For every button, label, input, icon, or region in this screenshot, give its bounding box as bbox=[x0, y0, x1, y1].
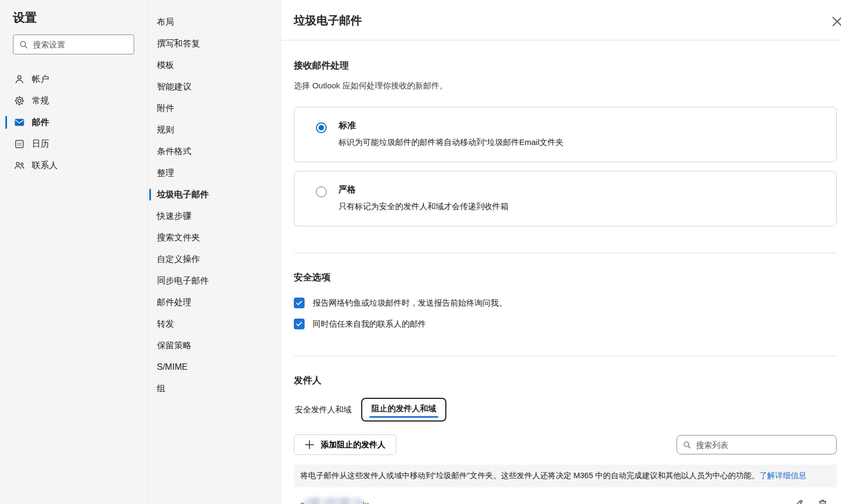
info-banner-text: 将电子邮件从这些发件人或域中移动到“垃圾邮件”文件夹。这些发件人还将决定 M36… bbox=[300, 471, 760, 480]
radio-option-description: 只有标记为安全的发件人和域才会传递到收件箱 bbox=[339, 202, 508, 212]
redacted-email-blur bbox=[304, 498, 364, 504]
sidebar-item-contacts[interactable]: 联系人 bbox=[0, 155, 147, 176]
radio-option-strict[interactable]: 严格 只有标记为安全的发件人和域才会传递到收件箱 bbox=[294, 171, 837, 226]
subnav-item-rules[interactable]: 规则 bbox=[148, 119, 281, 141]
radio-unselected-icon[interactable] bbox=[316, 187, 327, 197]
sidebar-item-label: 日历 bbox=[32, 139, 49, 150]
subnav-item-custom-actions[interactable]: 自定义操作 bbox=[148, 248, 281, 270]
subnav-item-search-folders[interactable]: 搜索文件夹 bbox=[148, 227, 281, 248]
tab-safe-senders[interactable]: 安全发件人和域 bbox=[294, 399, 353, 420]
delete-trash-icon[interactable] bbox=[816, 498, 829, 504]
subnav-item-smart-suggestions[interactable]: 智能建议 bbox=[148, 76, 281, 98]
radio-option-description: 标识为可能垃圾邮件的邮件将自动移动到“垃圾邮件Email文件夹 bbox=[339, 137, 564, 148]
sidebar-item-label: 邮件 bbox=[32, 117, 49, 128]
subnav-item-templates[interactable]: 模板 bbox=[148, 54, 281, 76]
subnav-item-quick-steps[interactable]: 快速步骤 bbox=[148, 205, 281, 227]
senders-tabs: 安全发件人和域 阻止的发件人和域 bbox=[294, 398, 837, 422]
people-icon bbox=[14, 160, 25, 171]
subnav-item-sync-email[interactable]: 同步电子邮件 bbox=[148, 270, 281, 292]
section-divider bbox=[294, 356, 837, 356]
subnav-item-message-handling[interactable]: 邮件处理 bbox=[148, 292, 281, 313]
incoming-mail-heading: 接收邮件处理 bbox=[294, 59, 837, 72]
settings-sidebar: 设置 帐户 常规 邮件 bbox=[0, 0, 147, 504]
search-icon bbox=[683, 440, 692, 450]
list-search-input[interactable] bbox=[696, 440, 831, 450]
page-title: 垃圾电子邮件 bbox=[294, 13, 819, 28]
plus-icon bbox=[305, 440, 314, 450]
sidebar-item-label: 帐户 bbox=[32, 74, 49, 85]
subnav-item-conditional-formatting[interactable]: 条件格式 bbox=[148, 141, 281, 162]
close-icon[interactable] bbox=[829, 13, 841, 30]
subnav-item-forwarding[interactable]: 转发 bbox=[148, 313, 281, 335]
gear-icon bbox=[14, 95, 25, 106]
subnav-item-smime[interactable]: S/MIME bbox=[148, 356, 281, 378]
edit-pencil-icon[interactable] bbox=[792, 498, 805, 504]
subnav-item-sweep[interactable]: 整理 bbox=[148, 162, 281, 184]
blocked-senders-info-banner: 将电子邮件从这些发件人或域中移动到“垃圾邮件”文件夹。这些发件人还将决定 M36… bbox=[294, 465, 837, 487]
tab-blocked-senders[interactable]: 阻止的发件人和域 bbox=[361, 398, 446, 422]
sidebar-item-label: 联系人 bbox=[32, 160, 58, 171]
section-divider bbox=[294, 253, 837, 253]
search-icon bbox=[19, 40, 29, 50]
person-icon bbox=[14, 74, 25, 85]
list-search-box[interactable] bbox=[677, 435, 837, 454]
radio-option-standard[interactable]: 标准 标识为可能垃圾邮件的邮件将自动移动到“垃圾邮件Email文件夹 bbox=[294, 107, 837, 162]
sidebar-item-mail[interactable]: 邮件 bbox=[0, 112, 147, 133]
checkbox-checked-icon[interactable] bbox=[294, 319, 305, 329]
subnav-item-retention-policies[interactable]: 保留策略 bbox=[148, 335, 281, 356]
settings-search-box[interactable] bbox=[13, 34, 134, 54]
radio-selected-icon[interactable] bbox=[316, 122, 327, 133]
subnav-item-groups[interactable]: 组 bbox=[148, 378, 281, 399]
subnav-item-layout[interactable]: 布局 bbox=[148, 11, 281, 33]
sidebar-item-calendar[interactable]: 日历 bbox=[0, 133, 147, 155]
sidebar-item-account[interactable]: 帐户 bbox=[0, 68, 147, 90]
blocked-list-toolbar: 添加阻止的发件人 bbox=[294, 434, 837, 455]
row-actions bbox=[792, 498, 829, 504]
calendar-icon bbox=[14, 139, 25, 149]
subnav-item-junk-email[interactable]: 垃圾电子邮件 bbox=[148, 184, 281, 205]
blocked-sender-email: zlu bbox=[300, 498, 369, 504]
checkbox-label: 同时信任来自我的联系人的邮件 bbox=[313, 319, 426, 329]
safety-options-heading: 安全选项 bbox=[294, 271, 837, 284]
panel-header: 垃圾电子邮件 bbox=[281, 0, 841, 40]
checkbox-label: 报告网络钓鱼或垃圾邮件时，发送报告前始终询问我。 bbox=[313, 298, 507, 308]
sidebar-item-general[interactable]: 常规 bbox=[0, 90, 147, 112]
radio-option-label: 严格 bbox=[339, 184, 508, 196]
senders-heading: 发件人 bbox=[294, 374, 837, 386]
blocked-sender-row: zlu bbox=[294, 487, 837, 504]
junk-email-panel: 垃圾电子邮件 接收邮件处理 选择 Outlook 应如何处理你接收的新邮件。 标… bbox=[281, 0, 841, 504]
radio-option-label: 标准 bbox=[339, 120, 564, 132]
sidebar-item-label: 常规 bbox=[32, 95, 49, 107]
checkbox-row-report-ask[interactable]: 报告网络钓鱼或垃圾邮件时，发送报告前始终询问我。 bbox=[294, 298, 837, 308]
subnav-item-attachments[interactable]: 附件 bbox=[148, 98, 281, 119]
mail-icon bbox=[14, 117, 25, 128]
learn-more-link[interactable]: 了解详细信息 bbox=[760, 471, 806, 480]
subnav-item-compose-reply[interactable]: 撰写和答复 bbox=[148, 33, 281, 54]
mail-settings-subnav: 布局 撰写和答复 模板 智能建议 附件 规则 条件格式 整理 垃圾电子邮件 快速… bbox=[147, 0, 281, 504]
checkbox-checked-icon[interactable] bbox=[294, 298, 305, 308]
incoming-mail-description: 选择 Outlook 应如何处理你接收的新邮件。 bbox=[294, 81, 837, 91]
settings-title: 设置 bbox=[0, 10, 147, 34]
checkbox-row-trust-contacts[interactable]: 同时信任来自我的联系人的邮件 bbox=[294, 319, 837, 329]
add-blocked-sender-label: 添加阻止的发件人 bbox=[321, 440, 385, 450]
settings-search-input[interactable] bbox=[33, 40, 140, 49]
add-blocked-sender-button[interactable]: 添加阻止的发件人 bbox=[294, 434, 396, 455]
